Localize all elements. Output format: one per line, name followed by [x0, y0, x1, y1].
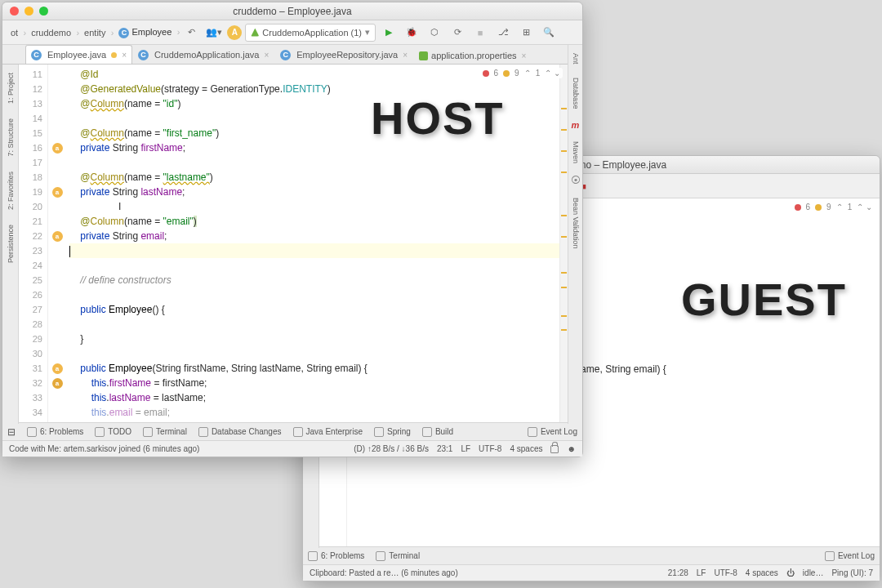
host-line-gutter: 1112131415161718192021222324252627282930… — [19, 65, 48, 422]
host-left-stripe: 1: Project 7: Structure 2: Favorites Per… — [2, 65, 19, 424]
status-msg: Code with Me: artem.sarkisov joined (6 m… — [9, 444, 199, 453]
tw-problems[interactable]: 6: Problems — [27, 427, 83, 437]
close-icon[interactable]: × — [522, 51, 527, 60]
bean-icon: ⦿ — [571, 175, 581, 186]
close-icon[interactable]: × — [122, 51, 127, 60]
hector-icon[interactable]: ☻ — [567, 444, 576, 453]
stop-icon[interactable]: ■ — [470, 24, 490, 42]
caret-pos[interactable]: 21:28 — [668, 568, 688, 577]
indent[interactable]: 4 spaces — [510, 444, 542, 453]
error-stripe[interactable] — [559, 65, 568, 422]
host-toolbar: ot cruddemo entity Employee ↶ 👥▾ A Crudd… — [2, 20, 582, 45]
breadcrumb-class[interactable]: Employee — [115, 26, 178, 39]
host-editor[interactable]: 6 9 ⌃1⌃ ⌄ 111213141516171819202122232425… — [19, 65, 568, 422]
warning-icon — [815, 204, 822, 211]
search-icon[interactable]: 🔍 — [539, 24, 559, 42]
project-toolwindow[interactable]: 1: Project — [7, 71, 15, 105]
idle: idle… — [803, 568, 824, 577]
tw-eventlog[interactable]: Event Log — [825, 551, 875, 561]
close-icon[interactable]: × — [264, 51, 269, 60]
coverage-icon[interactable]: ⬡ — [425, 24, 444, 42]
host-titlebar[interactable]: cruddemo – Employee.java — [2, 2, 582, 20]
guest-toolwin-bar: 6: Problems Terminal Event Log — [303, 546, 880, 564]
tw-javaee[interactable]: Java Enterprise — [293, 427, 363, 437]
nav-back-icon[interactable]: ↶ — [181, 24, 201, 42]
host-toolwin-bar: ⊟ 6: Problems TODO Terminal Database Cha… — [2, 422, 582, 440]
host-code[interactable]: @Id @GeneratedValue(strategy = Generatio… — [66, 65, 568, 422]
host-status: Code with Me: artem.sarkisov joined (6 m… — [2, 440, 582, 457]
host-tabbar: Employee.java× CruddemoApplication.java×… — [2, 45, 582, 65]
tw-eventlog[interactable]: Event Log — [528, 427, 577, 437]
team-icon[interactable]: 👥▾ — [204, 24, 224, 42]
maven-icon[interactable]: m — [572, 120, 580, 130]
git-icon[interactable]: ⎇ — [493, 24, 513, 42]
breadcrumb-entity[interactable]: entity — [81, 27, 112, 38]
beanvalidation-toolwindow[interactable]: Bean Validation — [572, 196, 580, 250]
lock-icon[interactable] — [550, 445, 559, 453]
tw-terminal[interactable]: Terminal — [143, 427, 187, 437]
layout-icon[interactable]: ⊞ — [516, 24, 536, 42]
status-msg: Clipboard: Pasted a re… (6 minutes ago) — [310, 568, 458, 577]
host-run-config[interactable]: CruddemoApplication (1)▾ — [245, 24, 376, 42]
ping: Ping (UI): 7 — [831, 568, 873, 577]
host-title: cruddemo – Employee.java — [2, 6, 582, 17]
tw-todo[interactable]: TODO — [95, 427, 131, 437]
modified-dot-icon — [111, 52, 117, 58]
line-sep[interactable]: LF — [697, 568, 706, 577]
database-toolwindow[interactable]: Database — [572, 76, 580, 111]
indent[interactable]: 4 spaces — [746, 568, 778, 577]
line-sep[interactable]: LF — [461, 444, 470, 453]
tw-build[interactable]: Build — [422, 427, 453, 437]
breadcrumb-cruddemo[interactable]: cruddemo — [28, 27, 78, 38]
net-stat: (D) ↑28 B/s / ↓36 B/s — [354, 444, 429, 453]
tw-dbchanges[interactable]: Database Changes — [198, 427, 282, 437]
ant-toolwindow[interactable]: Ant — [572, 51, 580, 66]
error-icon — [795, 204, 801, 211]
tw-problems[interactable]: 6: Problems — [308, 551, 364, 561]
persistence-toolwindow[interactable]: Persistence — [7, 223, 15, 265]
tw-spring[interactable]: Spring — [374, 427, 411, 437]
debug-icon[interactable]: 🐞 — [402, 24, 421, 42]
run-icon[interactable]: ▶ — [379, 24, 399, 42]
tab-employee[interactable]: Employee.java× — [25, 45, 132, 64]
avatar-a[interactable]: A — [227, 25, 242, 40]
structure-toolwindow[interactable]: 7: Structure — [7, 117, 15, 158]
profile-icon[interactable]: ⟳ — [448, 24, 467, 42]
caret-pos[interactable]: 23:1 — [437, 444, 452, 453]
maven-toolwindow[interactable]: Maven — [572, 140, 580, 165]
warning-icon — [503, 70, 510, 77]
host-window: cruddemo – Employee.java ot cruddemo ent… — [2, 2, 583, 457]
toolwin-menu-icon[interactable]: ⊟ — [7, 426, 16, 438]
tab-props[interactable]: application.properties× — [413, 47, 532, 64]
host-icon-gutter: aaaaa — [48, 65, 66, 422]
close-icon[interactable]: × — [403, 51, 408, 60]
breadcrumb-ot[interactable]: ot — [7, 27, 24, 38]
tw-terminal[interactable]: Terminal — [376, 551, 420, 561]
guest-inspections[interactable]: 6 9 ⌃1⌃ ⌄ — [792, 202, 875, 212]
error-icon — [483, 70, 489, 77]
tab-cruddemoapp[interactable]: CruddemoApplication.java× — [132, 45, 274, 64]
encoding[interactable]: UTF-8 — [714, 568, 737, 577]
caret — [69, 246, 70, 257]
host-right-stripe: Ant Database m Maven ⦿ Bean Validation — [568, 45, 582, 424]
host-inspections[interactable]: 6 9 ⌃1⌃ ⌄ — [480, 68, 563, 78]
guest-status: Clipboard: Pasted a re… (6 minutes ago) … — [303, 564, 880, 581]
encoding[interactable]: UTF-8 — [479, 444, 501, 453]
tab-repo[interactable]: EmployeeRepository.java× — [274, 45, 413, 64]
favorites-toolwindow[interactable]: 2: Favorites — [7, 170, 15, 212]
